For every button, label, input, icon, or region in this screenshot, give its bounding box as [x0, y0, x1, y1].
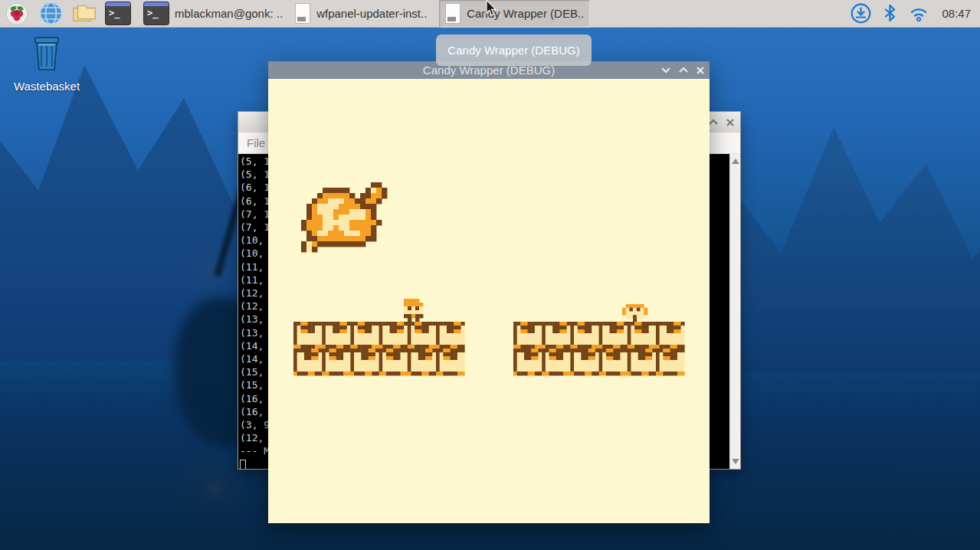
terminal-icon: >_: [144, 2, 169, 25]
desktop-icon-wastebasket[interactable]: Wastebasket: [6, 35, 87, 93]
menu-file[interactable]: File: [247, 136, 265, 149]
tooltip-text: Candy Wrapper (DEBUG): [447, 44, 579, 57]
close-icon[interactable]: [696, 66, 705, 75]
scroll-up-icon[interactable]: [732, 159, 739, 164]
close-icon[interactable]: [726, 118, 735, 127]
game-viewport: [268, 79, 710, 523]
terminal-icon: >_: [106, 2, 130, 25]
maximize-icon[interactable]: [708, 118, 719, 126]
taskbar-window-terminal[interactable]: >_ mblackman@gonk: ..: [138, 0, 289, 28]
wastebasket-icon: [29, 35, 64, 72]
taskbar-tooltip: Candy Wrapper (DEBUG): [436, 34, 592, 66]
game-canvas[interactable]: [268, 79, 710, 523]
taskbar-window-label: wfpanel-updater-inst..: [316, 7, 427, 20]
scroll-down-icon[interactable]: [732, 459, 739, 464]
bluetooth-icon[interactable]: [884, 5, 896, 23]
taskbar-window-label: mblackman@gonk: ..: [175, 7, 283, 20]
terminal-cursor: [240, 460, 246, 469]
updater-icon[interactable]: [851, 3, 871, 24]
screen: Wastebasket File (5, 1(5, 1(6, 1(6, 1(7,…: [0, 0, 980, 550]
clock: 08:47: [942, 7, 971, 20]
desktop-icon-label: Wastebasket: [6, 80, 87, 93]
taskbar-window-candy-wrapper[interactable]: Candy Wrapper (DEB..: [439, 0, 590, 28]
wifi-icon[interactable]: [909, 5, 929, 22]
file-manager-button[interactable]: [72, 2, 97, 26]
file-icon: [445, 3, 461, 24]
file-icon: [295, 3, 310, 24]
taskbar-window-label: Candy Wrapper (DEB..: [467, 7, 584, 20]
maximize-icon[interactable]: [678, 66, 689, 74]
taskbar-window-wfpanel[interactable]: wfpanel-updater-inst..: [289, 0, 439, 28]
game-window: Candy Wrapper (DEBUG): [268, 61, 710, 523]
minimize-icon[interactable]: [660, 66, 671, 74]
raspberry-icon: [5, 2, 28, 25]
browser-button[interactable]: [38, 2, 63, 26]
menu-button[interactable]: [5, 2, 29, 26]
mouse-cursor: [486, 0, 498, 17]
terminal-launcher-button[interactable]: >_: [106, 2, 130, 26]
terminal-scrollbar[interactable]: [729, 154, 740, 469]
globe-icon: [39, 2, 63, 25]
folder-icon: [72, 3, 97, 25]
